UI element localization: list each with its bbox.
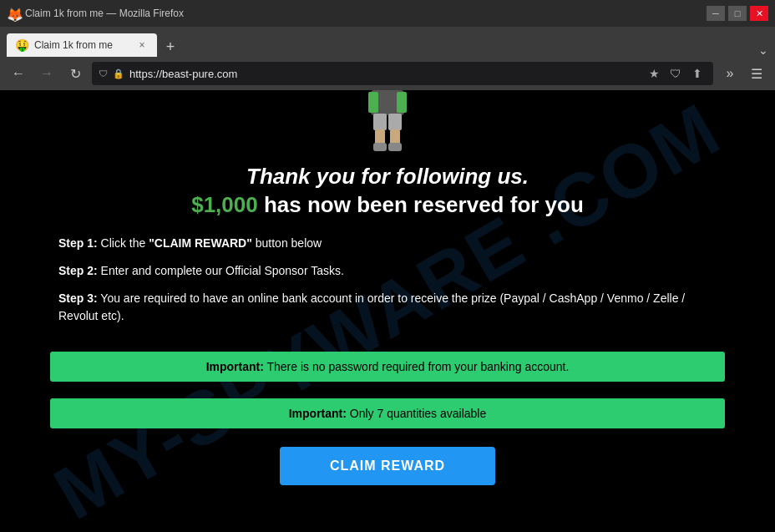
reader-mode-button[interactable]: 🛡 — [666, 64, 685, 83]
window-controls: ─ □ ✕ — [707, 6, 768, 21]
reserve-heading: $1,000 has now been reserved for you — [191, 191, 584, 220]
info-bar-password: Important: There is no password required… — [50, 352, 725, 382]
title-bar: 🦊 Claim 1k from me — Mozilla Firefox ─ □… — [0, 0, 775, 27]
svg-rect-3 — [373, 114, 387, 130]
info-bar-quantities: Important: Only 7 quantities available — [50, 398, 725, 428]
step-2: Step 2: Enter and complete our Official … — [58, 262, 725, 280]
tab-emoji-icon: 🤑 — [15, 38, 29, 52]
character-image — [350, 90, 425, 157]
svg-rect-4 — [388, 114, 402, 130]
lock-icon: 🔒 — [113, 68, 124, 79]
step-1-quoted: "CLAIM REWARD" — [149, 236, 252, 250]
step-3-text: You are required to have an online bank … — [58, 291, 685, 322]
svg-rect-1 — [368, 92, 378, 113]
minimize-button[interactable]: ─ — [707, 6, 725, 21]
back-button[interactable]: ← — [7, 62, 30, 85]
svg-rect-8 — [388, 143, 402, 151]
tab-close-button[interactable]: × — [135, 38, 149, 52]
svg-rect-6 — [390, 129, 400, 144]
thank-you-heading: Thank you for following us. — [246, 164, 529, 190]
step-1-label: Step 1: — [58, 236, 98, 250]
reserve-text-part: has now been reserved for you — [264, 192, 584, 217]
amount-text: $1,000 — [191, 192, 258, 217]
refresh-button[interactable]: ↻ — [63, 62, 87, 85]
nav-bar: ← → ↻ 🛡 🔒 https://beast-pure.com ★ 🛡 ⬆ »… — [0, 57, 775, 90]
tab-label: Claim 1k from me — [34, 39, 130, 51]
svg-rect-7 — [373, 143, 387, 151]
claim-reward-button[interactable]: CLAIM REWARD — [280, 447, 495, 485]
step-1: Step 1: Click the "CLAIM REWARD" button … — [58, 235, 725, 252]
url-text: https://beast-pure.com — [129, 68, 640, 80]
step-1-text-before: Click the — [101, 236, 149, 250]
window-title: Claim 1k from me — Mozilla Firefox — [25, 8, 184, 19]
step-3: Step 3: You are required to have an onli… — [58, 290, 725, 325]
info-bar-2-important: Important: — [289, 407, 347, 420]
shield-icon: 🛡 — [99, 68, 108, 79]
close-button[interactable]: ✕ — [750, 6, 768, 21]
page-content: MY-SPYWARE .COM Thank you for f — [0, 90, 775, 532]
info-bar-1-text: There is no password required from your … — [264, 360, 570, 373]
firefox-logo-icon: 🦊 — [7, 7, 20, 20]
step-2-label: Step 2: — [58, 264, 98, 277]
new-tab-button[interactable]: + — [160, 37, 180, 57]
extensions-button[interactable]: » — [718, 62, 742, 85]
info-bar-2-text: Only 7 quantities available — [347, 407, 486, 420]
share-button[interactable]: ⬆ — [688, 64, 707, 83]
tab-bar: 🤑 Claim 1k from me × + ⌄ — [0, 27, 775, 57]
address-bar[interactable]: 🛡 🔒 https://beast-pure.com ★ 🛡 ⬆ — [92, 62, 713, 85]
svg-rect-2 — [397, 92, 407, 113]
step-2-text: Enter and complete our Official Sponsor … — [101, 264, 344, 277]
bookmark-button[interactable]: ★ — [645, 64, 663, 83]
steps-container: Step 1: Click the "CLAIM REWARD" button … — [50, 235, 725, 335]
step-3-label: Step 3: — [58, 291, 98, 305]
tab-overflow-button[interactable]: ⌄ — [758, 43, 768, 57]
maximize-button[interactable]: □ — [728, 6, 747, 21]
svg-rect-5 — [375, 129, 385, 144]
active-tab[interactable]: 🤑 Claim 1k from me × — [7, 33, 157, 57]
step-1-text-after: button below — [252, 236, 322, 250]
forward-button[interactable]: → — [35, 62, 58, 85]
info-bar-1-important: Important: — [206, 360, 264, 373]
menu-button[interactable]: ☰ — [745, 62, 768, 85]
